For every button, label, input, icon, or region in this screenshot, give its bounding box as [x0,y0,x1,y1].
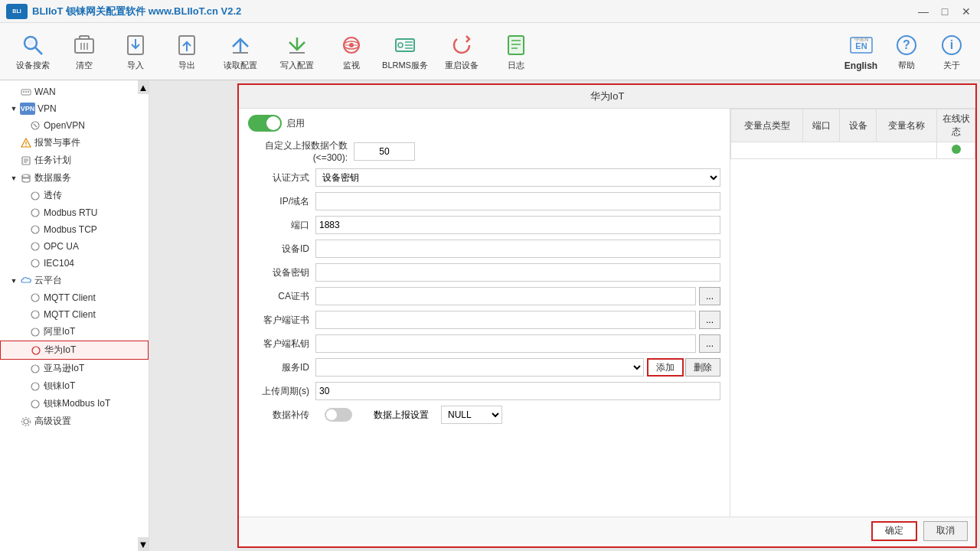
sidebar-item-mqtt2[interactable]: MQTT Client [0,306,149,323]
add-service-button[interactable]: 添加 [647,358,684,377]
svg-point-63 [31,383,39,390]
pass-icon [29,190,41,202]
sidebar-item-bliot[interactable]: 钡铼IoT [0,377,149,395]
sidebar-item-openvpn[interactable]: OpenVPN [0,117,149,134]
svg-point-60 [31,328,39,336]
svg-point-59 [31,311,39,318]
custom-count-label: 自定义上报数据个数(<=300): [248,139,348,163]
custom-count-input[interactable] [354,142,415,161]
sidebar-item-passthrough[interactable]: 透传 [0,187,149,204]
toolbar-import[interactable]: 导入 [110,25,160,77]
data-backfill-toggle[interactable] [325,408,352,422]
export-label: 导出 [178,60,195,70]
window-controls: — □ ✕ [916,4,974,19]
col-status: 在线状态 [937,109,975,142]
client-cert-input[interactable] [315,311,696,329]
service-id-select[interactable] [315,358,644,377]
toolbar-export[interactable]: 导出 [162,25,211,77]
ip-input[interactable] [315,192,720,210]
read-config-label: 读取配置 [224,60,257,70]
ca-browse-btn[interactable]: ... [699,287,720,305]
sidebar-item-data-service[interactable]: ▼ 数据服务 [0,169,149,187]
toolbar-read-config[interactable]: 读取配置 [213,25,268,77]
sidebar-item-mqtt1[interactable]: MQTT Client [0,289,149,306]
sidebar-item-aliyun[interactable]: 阿里IoT [0,323,149,341]
sidebar-vpn-label: VPN [38,103,57,114]
scroll-down-btn[interactable]: ▼ [138,537,149,551]
toolbar-about[interactable]: i 关于 [930,25,972,77]
huawei-iot-dialog: 华为IoT 启用 自定义上报数据个数(<=300): [237,83,977,548]
write-config-label: 写入配置 [280,60,314,70]
client-cert-browse-btn[interactable]: ... [699,311,720,329]
device-id-input[interactable] [315,240,720,258]
sidebar-item-advanced[interactable]: 高级设置 [0,412,149,430]
sidebar-item-vpn[interactable]: ▼ VPN VPN [0,100,149,117]
close-button[interactable]: ✕ [959,4,974,19]
sidebar-item-huawei-iot[interactable]: 华为IoT [0,341,149,360]
toolbar-blrms[interactable]: BLRMS服务 [377,25,433,77]
sidebar-mqtt1-label: MQTT Client [44,292,96,303]
device-key-input[interactable] [315,263,720,282]
toolbar-monitor[interactable]: 监视 [326,25,376,77]
client-key-input[interactable] [315,334,696,353]
svg-point-2 [28,40,34,46]
toolbar-write-config[interactable]: 写入配置 [270,25,325,77]
auth-method-row: 认证方式 设备密钥 证书 [248,168,720,187]
bl-modbus-icon [29,398,41,410]
opc-icon [29,240,41,253]
upload-cycle-input[interactable] [315,382,720,400]
upload-cycle-label: 上传周期(s) [248,385,309,398]
toolbar-english[interactable]: EN 中/EN English [840,25,882,77]
svg-text:EN: EN [855,41,867,51]
enable-toggle[interactable] [248,115,282,132]
dialog-body: 启用 自定义上报数据个数(<=300): 认证方式 设备密钥 证书 [239,109,975,517]
sidebar-item-opc-ua[interactable]: OPC UA [0,238,149,255]
svg-point-41 [28,91,29,93]
mqtt1-icon [29,292,41,304]
maximize-button[interactable]: □ [937,4,952,19]
sidebar-iec104-label: IEC104 [44,258,74,269]
sidebar-data-service-label: 数据服务 [34,171,71,184]
main-area: ▲ WAN ▼ VPN VPN OpenVPN [0,80,980,551]
sidebar-item-amazon-iot[interactable]: 亚马逊IoT [0,360,149,377]
delete-service-button[interactable]: 删除 [685,358,720,377]
toolbar-log[interactable]: 日志 [491,25,541,77]
sidebar-aliyun-label: 阿里IoT [44,325,75,338]
toolbar-device-search[interactable]: 设备搜索 [8,25,57,77]
ok-button[interactable]: 确定 [871,521,917,541]
sidebar-item-cloud[interactable]: ▼ 云平台 [0,272,149,289]
ca-cert-input[interactable] [315,287,696,305]
variable-table: 变量点类型 端口 设备 变量名称 在线状态 [730,109,975,159]
svg-point-64 [31,400,39,408]
cancel-button[interactable]: 取消 [923,521,968,541]
app-title: BLIIoT 钡铼网关配置软件 www.BLIIoT.cn V2.2 [32,5,241,18]
toolbar-restart[interactable]: 重启设备 [434,25,489,77]
port-input[interactable] [315,216,720,234]
amazon-icon [29,363,41,375]
col-port: 端口 [803,109,840,142]
minimize-button[interactable]: — [916,4,931,19]
client-key-browse-btn[interactable]: ... [699,334,720,353]
read-config-icon [227,31,254,59]
sidebar-item-bl-modbus[interactable]: 钡铼Modbus IoT [0,395,149,412]
toolbar-clear[interactable]: 清空 [59,25,109,77]
sidebar-item-task[interactable]: 任务计划 [0,152,149,169]
svg-point-23 [398,43,403,47]
scroll-up-btn[interactable]: ▲ [138,80,149,94]
auth-method-select[interactable]: 设备密钥 证书 [315,168,720,187]
toolbar-help[interactable]: ? 帮助 [885,25,927,77]
data-report-select[interactable]: NULL 选项1 选项2 [441,406,502,424]
task-icon [20,155,32,167]
search-label: 设备搜索 [16,60,50,70]
sidebar-item-iec104[interactable]: IEC104 [0,255,149,272]
mqtt2-icon [29,308,41,321]
sidebar-item-wan[interactable]: WAN [0,83,149,100]
enable-label: 启用 [286,117,305,130]
monitor-icon [338,31,365,59]
sidebar-item-modbus-tcp[interactable]: Modbus TCP [0,221,149,238]
device-key-label: 设备密钥 [248,266,309,279]
sidebar-item-modbus-rtu[interactable]: Modbus RTU [0,204,149,221]
expand-vpn-icon: ▼ [9,105,18,112]
sidebar-item-alert[interactable]: 报警与事件 [0,134,149,152]
service-id-row: 服务ID 添加 删除 [248,358,720,377]
